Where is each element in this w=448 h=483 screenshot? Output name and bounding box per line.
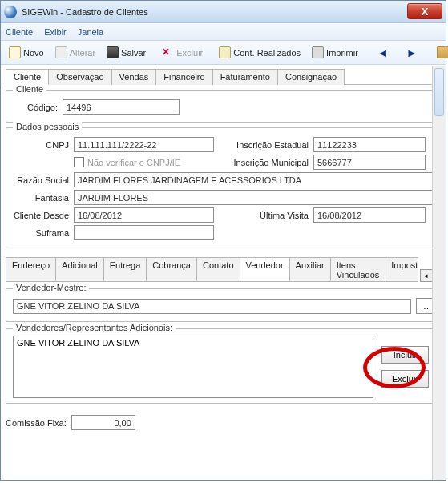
menubar: Cliente Exibir Janela: [1, 23, 446, 41]
edit-icon: [55, 46, 67, 58]
arrow-right-icon: ►: [403, 46, 421, 59]
toolbar-excluir[interactable]: ✕ Excluir: [157, 43, 208, 62]
sub-tabstrip: Endereço Adicional Entrega Cobrança Cont…: [6, 256, 418, 282]
subtab-itens[interactable]: Itens Vinculados: [330, 257, 386, 282]
label-comissao: Comissão Fixa:: [6, 418, 67, 428]
app-icon: [4, 6, 17, 18]
input-desde[interactable]: [74, 207, 214, 223]
input-ultima[interactable]: [313, 207, 426, 223]
tab-financeiro[interactable]: Financeiro: [155, 69, 212, 85]
label-ultima: Última Visita: [219, 211, 309, 220]
ellipsis-icon: …: [421, 301, 430, 311]
arrow-left-icon: ◄: [374, 46, 392, 59]
checkbox-icon: [74, 157, 84, 167]
titlebar: SIGEWin - Cadastro de Clientes X: [1, 1, 446, 23]
close-icon: X: [422, 6, 429, 18]
input-ie[interactable]: [313, 137, 426, 152]
label-fantasia: Fantasia: [13, 193, 69, 203]
label-ie: Inscrição Estadual: [219, 140, 309, 150]
chevron-left-icon: ◂: [421, 270, 430, 281]
subtabs-wrap: Endereço Adicional Entrega Cobrança Cont…: [6, 256, 441, 282]
main-tabstrip: Cliente Observação Vendas Financeiro Fat…: [6, 68, 441, 85]
lookup-vendedor-mestre[interactable]: …: [416, 298, 434, 314]
toolbar-fechar[interactable]: Fechar: [432, 43, 448, 62]
window-title: SIGEWin - Cadastro de Clientes: [22, 7, 148, 17]
new-icon: [9, 46, 21, 58]
menu-janela[interactable]: Janela: [78, 27, 103, 37]
toolbar-novo[interactable]: Novo: [4, 43, 49, 62]
scrollbar-thumb[interactable]: [434, 68, 444, 116]
group-vendedores-adicionais: Vendedores/Representantes Adicionais: GN…: [6, 328, 441, 404]
delete-icon: ✕: [162, 46, 174, 58]
toolbar: Novo Alterar Salvar ✕ Excluir Cont. Real…: [1, 41, 446, 65]
list-item[interactable]: GNE VITOR ZELINO DA SILVA: [17, 338, 369, 348]
input-cnpj[interactable]: [74, 137, 214, 152]
subtab-vendedor[interactable]: Vendedor: [240, 257, 290, 282]
toolbar-cont-realizados[interactable]: Cont. Realizados: [214, 43, 305, 62]
toolbar-prev[interactable]: ◄: [369, 43, 397, 62]
group-vendedor-mestre: Vendedor-Mestre: …: [6, 288, 441, 322]
label-im: Inscrição Municipal: [219, 158, 309, 167]
subtab-adicional[interactable]: Adicional: [55, 257, 104, 282]
menu-cliente[interactable]: Cliente: [6, 27, 33, 37]
door-icon: [437, 46, 448, 58]
list-vendedores-adicionais[interactable]: GNE VITOR ZELINO DA SILVA: [13, 336, 373, 398]
group-cliente: Cliente Código:: [6, 90, 441, 123]
input-im[interactable]: [313, 155, 426, 170]
toolbar-next[interactable]: ►: [398, 43, 426, 62]
subtab-cobranca[interactable]: Cobrança: [146, 257, 197, 282]
save-icon: [107, 46, 119, 58]
toolbar-imprimir[interactable]: Imprimir: [307, 43, 363, 62]
input-suframa[interactable]: [74, 225, 214, 240]
toolbar-salvar[interactable]: Salvar: [102, 43, 151, 62]
input-codigo[interactable]: [63, 99, 180, 115]
print-icon: [312, 46, 324, 58]
group-dados-pessoais: Dados pessoais CNPJ Inscrição Estadual N…: [6, 127, 441, 248]
tab-cliente[interactable]: Cliente: [6, 69, 49, 85]
tab-faturamento[interactable]: Faturamento: [212, 69, 278, 85]
label-codigo: Código:: [13, 103, 58, 112]
label-suframa: Suframa: [13, 228, 69, 238]
subtab-impostos[interactable]: Impost: [385, 257, 418, 282]
tab-vendas[interactable]: Vendas: [111, 69, 157, 85]
content-area: Cliente Observação Vendas Financeiro Fat…: [1, 65, 446, 430]
tab-consignacao[interactable]: Consignação: [277, 69, 345, 85]
input-vendedor-mestre[interactable]: [13, 299, 411, 314]
button-incluir[interactable]: Incluir: [381, 346, 429, 364]
label-razao: Razão Social: [13, 175, 69, 185]
window-close-button[interactable]: X: [407, 3, 442, 19]
input-comissao[interactable]: [71, 415, 135, 430]
subtab-endereco[interactable]: Endereço: [6, 257, 56, 282]
app-window: SIGEWin - Cadastro de Clientes X Cliente…: [0, 0, 446, 481]
subtab-auxiliar[interactable]: Auxiliar: [289, 257, 331, 282]
document-icon: [219, 46, 231, 58]
button-excluir-adicional[interactable]: Excluir: [381, 370, 429, 388]
legend-dados: Dados pessoais: [13, 122, 82, 131]
label-desde: Cliente Desde: [13, 211, 69, 220]
label-cnpj: CNPJ: [13, 140, 69, 150]
menu-exibir[interactable]: Exibir: [44, 27, 67, 37]
subtab-entrega[interactable]: Entrega: [103, 257, 147, 282]
legend-vendedores-adicionais: Vendedores/Representantes Adicionais:: [13, 323, 176, 332]
legend-cliente: Cliente: [13, 84, 46, 94]
checkbox-nao-verificar[interactable]: Não verificar o CNPJ/IE: [74, 157, 214, 167]
legend-vendedor-mestre: Vendedor-Mestre:: [13, 283, 89, 292]
input-fantasia[interactable]: [74, 190, 434, 205]
tab-observacao[interactable]: Observação: [48, 69, 111, 85]
subtab-contato[interactable]: Contato: [196, 257, 240, 282]
input-razao[interactable]: [74, 172, 434, 187]
vertical-scrollbar[interactable]: [432, 66, 446, 480]
toolbar-alterar[interactable]: Alterar: [50, 43, 100, 62]
